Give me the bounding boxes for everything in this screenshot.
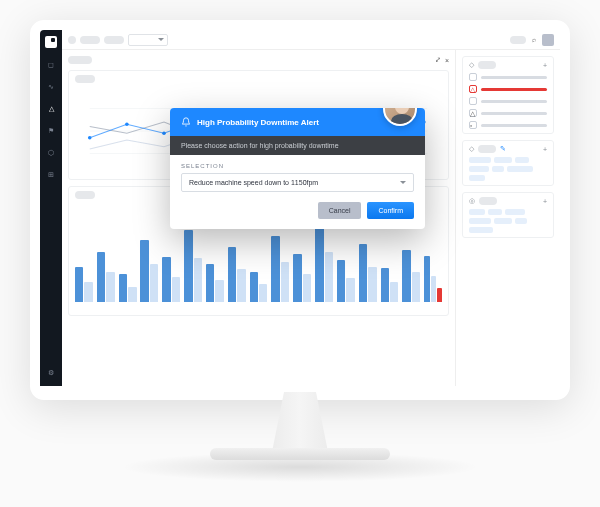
add-icon[interactable]: + (543, 62, 547, 69)
chat-icon: ◇ (469, 61, 474, 69)
expand-icon[interactable]: ⤢ (435, 56, 441, 64)
action-select[interactable]: Reduce machine speed down to 1150fpm (181, 173, 414, 192)
right-column: ◇ + △ △ ▫ (455, 50, 560, 386)
list-item[interactable]: △ (469, 85, 547, 93)
add-icon[interactable]: + (543, 198, 547, 205)
downtime-alert-modal: High Probability Downtime Alert Please c… (170, 108, 425, 229)
nav-settings[interactable]: ⚙ (44, 366, 58, 380)
search-icon[interactable]: ⌕ (532, 36, 536, 43)
cancel-button[interactable]: Cancel (318, 202, 362, 219)
sidebar: ◻ ∿ △ ⚑ ⬡ ⊞ ⚙ (40, 30, 62, 386)
svg-point-3 (88, 136, 92, 140)
nav-flag[interactable]: ⚑ (44, 124, 58, 138)
close-icon[interactable]: × (445, 57, 449, 64)
bell-icon (181, 117, 191, 127)
user-avatar[interactable] (542, 34, 554, 46)
add-icon[interactable]: + (543, 146, 547, 153)
nav-home[interactable]: ◻ (44, 58, 58, 72)
page-title (68, 56, 92, 64)
alerts-panel: ◇ + △ △ ▫ (462, 56, 554, 134)
tags-panel-1: ◇✎+ (462, 140, 554, 186)
topbar: ⌕ (62, 30, 560, 50)
modal-title: High Probability Downtime Alert (197, 118, 319, 127)
list-item[interactable] (469, 97, 547, 105)
list-item[interactable]: △ (469, 109, 547, 117)
selection-label: SELECTION (181, 163, 414, 169)
pin-icon: ◎ (469, 197, 475, 205)
nav-alerts[interactable]: △ (44, 102, 58, 116)
chevron-down-icon (400, 181, 406, 184)
breadcrumb (80, 36, 100, 44)
list-item[interactable]: ▫ (469, 121, 547, 129)
nav-grid[interactable]: ⊞ (44, 168, 58, 182)
tags-panel-2: ◎+ (462, 192, 554, 238)
app-logo-icon (45, 36, 57, 48)
list-item[interactable] (469, 73, 547, 81)
nav-link[interactable]: ∿ (44, 80, 58, 94)
modal-subtitle: Please choose action for high probabilit… (170, 136, 425, 155)
edit-icon[interactable]: ✎ (500, 145, 506, 153)
menu-icon[interactable] (68, 36, 76, 44)
svg-point-5 (162, 131, 166, 135)
confirm-button[interactable]: Confirm (367, 202, 414, 219)
tag-icon: ◇ (469, 145, 474, 153)
nav-chart[interactable]: ⬡ (44, 146, 58, 160)
breadcrumb (104, 36, 124, 44)
operator-avatar (383, 108, 417, 126)
svg-point-4 (125, 122, 129, 126)
context-select[interactable] (128, 34, 168, 46)
topbar-chip[interactable] (510, 36, 526, 44)
selection-value: Reduce machine speed down to 1150fpm (189, 179, 318, 186)
